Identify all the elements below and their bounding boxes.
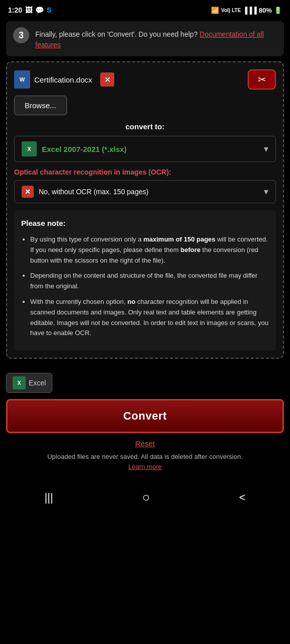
note-box: Please note: By using this type of conve…: [14, 210, 276, 351]
step-text: Finally, please click on 'Convert'. Do y…: [35, 27, 277, 50]
photo-icon: 🖼: [25, 6, 32, 14]
word-file-icon: W: [14, 70, 30, 89]
browse-button[interactable]: Browse...: [14, 96, 67, 115]
format-dropdown-left: X Excel 2007-2021 (*.xlsx): [22, 141, 126, 156]
learn-more-link[interactable]: Learn more: [128, 463, 162, 470]
file-row: W Certification.docx ✕ ✂: [14, 69, 276, 90]
ocr-section-label: Optical character recognition in images …: [14, 168, 276, 176]
status-left: 1:20 🖼 💬 S: [8, 6, 51, 14]
battery-label: 80%: [259, 7, 272, 14]
skype-icon: S: [47, 6, 51, 14]
nav-bar: ||| ○ <: [0, 479, 290, 513]
footer-text: Uploaded files are never saved. All data…: [6, 452, 284, 471]
ocr-selected-value: No, without OCR (max. 150 pages): [39, 188, 149, 196]
remove-file-button[interactable]: ✕: [100, 72, 114, 87]
note-item-1: By using this type of conversion only a …: [30, 234, 269, 266]
main-card: W Certification.docx ✕ ✂ Browse... conve…: [6, 61, 284, 359]
file-info: W Certification.docx ✕: [14, 70, 248, 89]
scissors-button[interactable]: ✂: [248, 69, 276, 90]
convert-button-wrap: Convert: [6, 399, 284, 433]
nav-recents-button[interactable]: |||: [34, 488, 63, 507]
excel-tag-label: Excel: [29, 379, 46, 387]
wifi-icon: 📶: [211, 7, 219, 14]
ocr-dropdown[interactable]: ✕ No, without OCR (max. 150 pages) ▾: [14, 180, 276, 203]
convert-to-label: convert to:: [14, 122, 276, 131]
note-item-3: With the currently chosen option, no cha…: [30, 297, 269, 339]
format-selected-value: Excel 2007-2021 (*.xlsx): [42, 145, 126, 153]
format-dropdown[interactable]: X Excel 2007-2021 (*.xlsx) ▾: [14, 136, 276, 162]
format-dropdown-chevron: ▾: [264, 143, 268, 154]
step3-banner: 3 Finally, please click on 'Convert'. Do…: [6, 21, 284, 56]
ocr-dropdown-left: ✕ No, without OCR (max. 150 pages): [22, 186, 149, 198]
battery-icon: 🔋: [274, 7, 282, 14]
scissors-icon: ✂: [258, 73, 266, 86]
status-bar: 1:20 🖼 💬 S 📶 Vol) LTE ▐▐▐ 80% 🔋: [0, 0, 290, 18]
nav-home-button[interactable]: ○: [132, 487, 160, 508]
convert-button[interactable]: Convert: [6, 399, 284, 433]
excel-tag-icon: X: [13, 376, 26, 389]
step-number: 3: [13, 27, 29, 43]
reset-link[interactable]: Reset: [0, 439, 290, 448]
nav-back-button[interactable]: <: [229, 488, 256, 507]
note-list: By using this type of conversion only a …: [21, 234, 269, 339]
lte-label: Vol) LTE: [221, 8, 241, 13]
note-title: Please note:: [21, 217, 269, 229]
ocr-dropdown-chevron: ▾: [264, 186, 268, 197]
excel-tag: X Excel: [6, 373, 52, 393]
note-item-2: Depending on the content and structure o…: [30, 271, 269, 292]
ocr-x-icon: ✕: [22, 186, 34, 198]
message-icon: 💬: [35, 6, 44, 14]
status-time: 1:20: [8, 6, 22, 14]
excel-format-icon: X: [22, 141, 37, 156]
signal-bars-icon: ▐▐▐: [243, 7, 257, 14]
file-name: Certification.docx: [34, 75, 92, 84]
status-right: 📶 Vol) LTE ▐▐▐ 80% 🔋: [211, 7, 282, 14]
